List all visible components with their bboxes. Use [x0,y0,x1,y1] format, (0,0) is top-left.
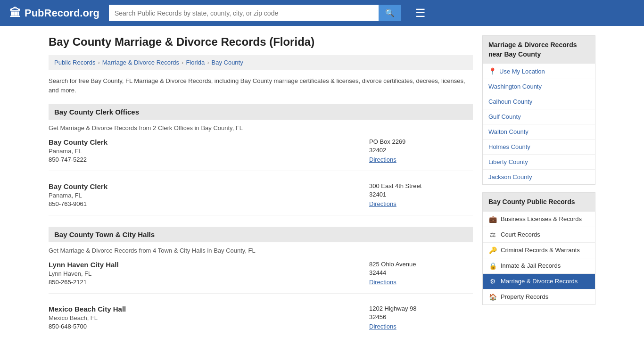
menu-button[interactable]: ☰ [415,7,426,20]
pub-rec-business[interactable]: 💼 Business Licenses & Records [483,212,595,227]
pub-rec-business-label: Business Licenses & Records [501,215,582,222]
breadcrumb-bay-county[interactable]: Bay County [212,59,243,66]
clerk-2-address: 300 East 4th Street [369,182,473,189]
pub-rec-criminal-label: Criminal Records & Warrants [501,247,580,254]
clerk-entry-2-left: Bay County Clerk Panama, FL 850-763-9061 [49,182,107,207]
cityhall-2-address: 1202 Highway 98 [369,305,473,312]
county-link-liberty[interactable]: Liberty County [483,155,595,169]
clerk-1-address: PO Box 2269 [369,138,473,145]
list-item: Jackson County [483,170,595,184]
clerk-2-name: Bay County Clerk [49,182,107,190]
cityhall-1-city: Lynn Haven, FL [49,270,119,277]
cityhall-entry-2-left: Mexico Beach City Hall Mexico Beach, FL … [49,305,126,330]
cityhall-1-directions: Directions [369,278,473,286]
cityhall-entry-1: Lynn Haven City Hall Lynn Haven, FL 850-… [49,261,473,294]
clerk-1-name: Bay County Clerk [49,138,107,146]
pub-rec-inmate[interactable]: 🔒 Inmate & Jail Records [483,258,595,273]
list-item: ⚖ Court Records [483,227,595,243]
list-item: Walton County [483,124,595,140]
clerk-offices-sub: Get Marriage & Divorce Records from 2 Cl… [49,124,473,132]
content-area: Bay County Marriage & Divorce Records (F… [49,35,473,349]
county-link-gulf[interactable]: Gulf County [483,109,595,124]
site-logo[interactable]: 🏛 PubRecord.org [9,7,99,20]
pub-rec-property[interactable]: 🏠 Property Records [483,289,595,304]
list-item: 🔑 Criminal Records & Warrants [483,243,595,258]
cityhall-1-directions-link[interactable]: Directions [369,279,396,286]
sidebar: Marriage & Divorce Records near Bay Coun… [482,35,595,349]
breadcrumb-public-records[interactable]: Public Records [54,59,95,66]
clerk-2-phone: 850-763-9061 [49,200,107,207]
breadcrumb: Public Records › Marriage & Divorce Reco… [49,55,473,70]
clerk-2-city: Panama, FL [49,192,107,199]
breadcrumb-florida[interactable]: Florida [186,59,205,66]
city-halls-header: Bay County Town & City Halls [49,227,473,242]
list-item: 💼 Business Licenses & Records [483,212,595,227]
county-link-holmes[interactable]: Holmes County [483,140,595,154]
clerk-entry-1-left: Bay County Clerk Panama, FL 850-747-5222 [49,138,107,163]
search-button[interactable]: 🔍 [379,5,401,21]
nearby-title: Marriage & Divorce Records near Bay Coun… [483,36,595,64]
list-item: Washington County [483,79,595,94]
court-icon: ⚖ [488,231,497,239]
clerk-1-directions-link[interactable]: Directions [369,156,396,163]
clerk-1-phone: 850-747-5222 [49,156,107,163]
list-item: 🔒 Inmate & Jail Records [483,258,595,274]
county-link-jackson[interactable]: Jackson County [483,170,595,184]
county-link-washington[interactable]: Washington County [483,79,595,94]
main-container: Bay County Marriage & Divorce Records (F… [39,26,605,358]
business-icon: 💼 [488,215,497,223]
page-description: Search for free Bay County, FL Marriage … [49,76,473,95]
clerk-entry-2-right: 300 East 4th Street 32401 Directions [369,182,473,207]
search-input[interactable] [109,5,379,21]
breadcrumb-sep-1: › [98,59,99,66]
county-link-calhoun[interactable]: Calhoun County [483,94,595,109]
use-location-item[interactable]: 📍 Use My Location [483,64,595,79]
site-header: 🏛 PubRecord.org 🔍 ☰ [0,0,644,26]
cityhall-entry-1-left: Lynn Haven City Hall Lynn Haven, FL 850-… [49,261,119,286]
use-location-label: Use My Location [499,68,545,75]
city-halls-sub: Get Marriage & Divorce Records from 4 To… [49,247,473,254]
list-item: Calhoun County [483,94,595,109]
breadcrumb-sep-3: › [207,59,209,66]
cityhall-1-zip: 32444 [369,269,473,276]
cityhall-2-directions-link[interactable]: Directions [369,323,396,330]
cityhall-2-city: Mexico Beach, FL [49,314,126,321]
cityhall-entry-2-right: 1202 Highway 98 32456 Directions [369,305,473,330]
county-link-walton[interactable]: Walton County [483,124,595,139]
pub-rec-court-label: Court Records [501,231,540,238]
page-title: Bay County Marriage & Divorce Records (F… [49,35,473,49]
cityhall-2-zip: 32456 [369,313,473,321]
clerk-entry-1: Bay County Clerk Panama, FL 850-747-5222… [49,138,473,171]
logo-text: PubRecord.org [25,7,99,19]
property-icon: 🏠 [488,293,497,301]
list-item-active: ⚙ Marriage & Divorce Records [483,274,595,289]
nearby-counties-list: Washington County Calhoun County Gulf Co… [483,79,595,184]
breadcrumb-sep-2: › [182,59,183,66]
cityhall-1-phone: 850-265-2121 [49,279,119,286]
location-icon: 📍 [488,67,496,75]
list-item: Holmes County [483,140,595,155]
pub-rec-criminal[interactable]: 🔑 Criminal Records & Warrants [483,243,595,258]
pub-rec-inmate-label: Inmate & Jail Records [501,262,561,269]
clerk-1-city: Panama, FL [49,148,107,155]
clerk-1-directions: Directions [369,156,473,163]
clerk-2-zip: 32401 [369,191,473,198]
cityhall-1-address: 825 Ohio Avenue [369,261,473,268]
pub-rec-property-label: Property Records [501,293,548,300]
clerk-offices-header: Bay County Clerk Offices [49,104,473,120]
clerk-2-directions-link[interactable]: Directions [369,200,396,207]
cityhall-1-name: Lynn Haven City Hall [49,261,119,269]
clerk-entry-1-right: PO Box 2269 32402 Directions [369,138,473,163]
cityhall-entry-1-right: 825 Ohio Avenue 32444 Directions [369,261,473,286]
list-item: Gulf County [483,109,595,124]
pub-rec-marriage[interactable]: ⚙ Marriage & Divorce Records [483,274,595,289]
breadcrumb-marriage-records[interactable]: Marriage & Divorce Records [102,59,179,66]
public-records-list: 💼 Business Licenses & Records ⚖ Court Re… [483,212,595,304]
public-records-box: Bay County Public Records 💼 Business Lic… [482,192,595,305]
list-item: Liberty County [483,155,595,170]
logo-icon: 🏛 [9,7,21,20]
pub-rec-court[interactable]: ⚖ Court Records [483,227,595,242]
criminal-icon: 🔑 [488,247,497,254]
cityhall-2-directions: Directions [369,322,473,330]
inmate-icon: 🔒 [488,262,497,270]
